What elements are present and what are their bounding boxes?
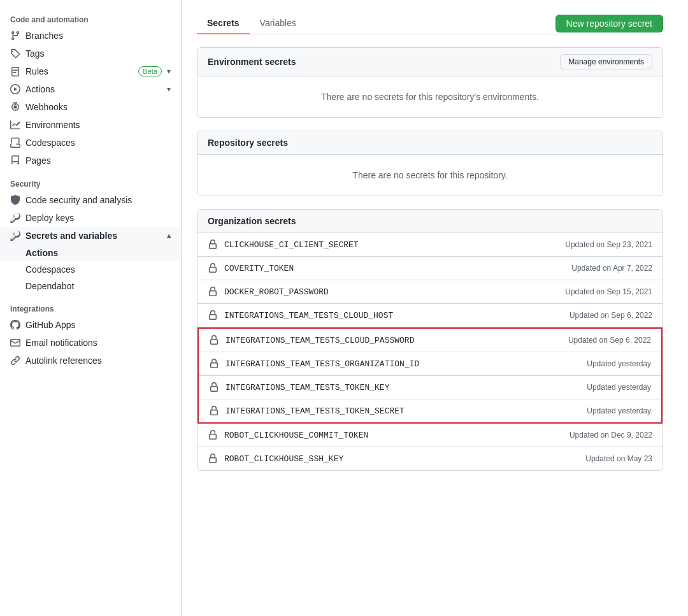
organization-secrets-section: Organization secrets CLICKHOUSE_CI_CLIEN… — [197, 209, 663, 471]
secret-updated: Updated on May 23 — [585, 454, 652, 463]
sidebar-item-deploy-keys[interactable]: Deploy keys — [0, 209, 181, 227]
sub-item-label: Actions — [25, 248, 58, 258]
secrets-icon — [10, 231, 20, 241]
secret-name: ROBOT_CLICKHOUSE_SSH_KEY — [224, 454, 579, 464]
environment-secrets-empty: There are no secrets for this repository… — [197, 76, 663, 117]
github-apps-icon — [10, 320, 20, 330]
sidebar-item-environments[interactable]: Environments — [0, 116, 181, 134]
sidebar-item-autolink-references[interactable]: Autolink references — [0, 352, 181, 369]
sidebar-sub-item-dependabot[interactable]: Dependabot — [0, 278, 181, 294]
sidebar-sub-item-codespaces[interactable]: Codespaces — [0, 261, 181, 278]
repository-secrets-header: Repository secrets — [197, 131, 663, 155]
sidebar-item-github-apps[interactable]: GitHub Apps — [0, 316, 181, 334]
secret-updated: Updated on Apr 7, 2022 — [571, 264, 652, 273]
section-security: Security — [0, 175, 181, 191]
repository-secrets-empty: There are no secrets for this repository… — [197, 155, 663, 196]
secret-updated: Updated yesterday — [587, 406, 651, 415]
lock-icon — [208, 263, 218, 273]
sidebar-item-label: GitHub Apps — [25, 320, 171, 330]
mail-icon — [10, 338, 20, 348]
shield-icon — [10, 195, 20, 205]
secret-row[interactable]: COVERITY_TOKENUpdated on Apr 7, 2022 — [197, 257, 663, 280]
secret-updated: Updated on Sep 6, 2022 — [570, 311, 652, 320]
lock-icon — [208, 454, 218, 464]
secret-name: CLICKHOUSE_CI_CLIENT_SECRET — [224, 240, 559, 250]
main-content: Secrets Variables New repository secret … — [182, 0, 678, 616]
sidebar-item-label: Autolink references — [25, 355, 171, 366]
sidebar-item-secrets-variables[interactable]: Secrets and variables ▴ — [0, 227, 181, 245]
organization-secrets-header: Organization secrets — [197, 210, 663, 233]
secret-name: INTEGRATIONS_TEAM_TESTS_TOKEN_SECRET — [226, 406, 580, 416]
lock-icon — [208, 430, 218, 440]
secret-name: INTEGRATIONS_TEAM_TESTS_ORGANIZATION_ID — [226, 359, 580, 369]
lock-icon — [209, 335, 219, 345]
secret-name: ROBOT_CLICKHOUSE_COMMIT_TOKEN — [224, 431, 563, 440]
sidebar-item-branches[interactable]: Branches — [0, 27, 181, 45]
rules-icon — [10, 66, 20, 76]
sidebar-item-codespaces[interactable]: Codespaces — [0, 134, 181, 152]
manage-environments-button[interactable]: Manage environments — [560, 54, 652, 69]
sidebar-item-code-security[interactable]: Code security and analysis — [0, 191, 181, 209]
sidebar-item-label: Code security and analysis — [25, 195, 171, 205]
lock-icon — [208, 310, 218, 320]
secret-updated: Updated on Sep 6, 2022 — [568, 336, 651, 345]
tabs-header: Secrets Variables New repository secret — [197, 13, 663, 34]
secret-updated: Updated yesterday — [587, 359, 651, 368]
sidebar-item-label: Email notifications — [25, 338, 171, 348]
secret-updated: Updated on Dec 9, 2022 — [570, 431, 652, 440]
sidebar: Code and automation Branches Tags Rules … — [0, 0, 182, 616]
lock-icon — [209, 406, 219, 416]
sidebar-item-label: Codespaces — [25, 138, 171, 148]
sidebar-item-webhooks[interactable]: Webhooks — [0, 98, 181, 116]
chevron-down-icon: ▾ — [167, 85, 171, 94]
environment-secrets-header: Environment secrets Manage environments — [197, 48, 663, 76]
section-integrations: Integrations — [0, 299, 181, 316]
secret-row[interactable]: INTEGRATIONS_TEAM_TESTS_TOKEN_SECRETUpda… — [199, 399, 661, 422]
lock-icon — [209, 359, 219, 369]
lock-icon — [208, 287, 218, 297]
highlighted-secrets-group: INTEGRATIONS_TEAM_TESTS_CLOUD_PASSWORDUp… — [197, 327, 663, 424]
secret-row[interactable]: ROBOT_CLICKHOUSE_COMMIT_TOKENUpdated on … — [197, 424, 663, 447]
sidebar-item-actions[interactable]: Actions ▾ — [0, 80, 181, 98]
secret-updated: Updated on Sep 23, 2021 — [565, 240, 652, 249]
pages-icon — [10, 155, 20, 166]
chevron-up-icon: ▴ — [167, 231, 171, 240]
sidebar-item-rules[interactable]: Rules Beta ▾ — [0, 62, 181, 80]
tab-variables[interactable]: Variables — [250, 13, 306, 34]
sidebar-item-label: Rules — [25, 66, 133, 76]
secret-row[interactable]: ROBOT_CLICKHOUSE_SSH_KEYUpdated on May 2… — [197, 447, 663, 470]
repository-secrets-section: Repository secrets There are no secrets … — [197, 131, 663, 196]
environment-icon — [10, 120, 20, 130]
secret-updated: Updated yesterday — [587, 383, 651, 392]
codespaces-icon — [10, 138, 20, 148]
secret-row[interactable]: INTEGRATIONS_TEAM_TESTS_TOKEN_KEYUpdated… — [199, 376, 661, 399]
actions-icon — [10, 84, 20, 94]
sidebar-item-tags[interactable]: Tags — [0, 45, 181, 62]
sidebar-item-email-notifications[interactable]: Email notifications — [0, 334, 181, 352]
secret-row[interactable]: INTEGRATIONS_TEAM_TESTS_CLOUD_PASSWORDUp… — [199, 329, 661, 352]
sidebar-item-label: Deploy keys — [25, 213, 171, 223]
webhook-icon — [10, 102, 20, 112]
lock-icon — [209, 382, 219, 392]
sidebar-item-label: Tags — [25, 48, 171, 59]
sidebar-item-label: Branches — [25, 31, 171, 41]
secret-name: INTEGRATIONS_TEAM_TESTS_TOKEN_KEY — [226, 383, 580, 392]
link-icon — [10, 355, 20, 366]
new-repository-secret-button[interactable]: New repository secret — [555, 15, 663, 32]
secret-row[interactable]: DOCKER_ROBOT_PASSWORDUpdated on Sep 15, … — [197, 280, 663, 304]
sidebar-item-pages[interactable]: Pages — [0, 152, 181, 169]
tab-secrets[interactable]: Secrets — [197, 13, 250, 34]
secret-row[interactable]: CLICKHOUSE_CI_CLIENT_SECRETUpdated on Se… — [197, 233, 663, 257]
secret-updated: Updated on Sep 15, 2021 — [565, 287, 652, 296]
secret-row[interactable]: INTEGRATIONS_TEAM_TESTS_CLOUD_HOSTUpdate… — [197, 304, 663, 327]
sidebar-item-label: Webhooks — [25, 102, 171, 112]
beta-badge: Beta — [138, 66, 162, 76]
sidebar-sub-item-actions[interactable]: Actions — [0, 245, 181, 261]
section-code-automation: Code and automation — [0, 10, 181, 27]
key-icon — [10, 213, 20, 223]
sidebar-item-label: Environments — [25, 120, 171, 130]
secret-name: INTEGRATIONS_TEAM_TESTS_CLOUD_PASSWORD — [226, 336, 562, 345]
secret-name: DOCKER_ROBOT_PASSWORD — [224, 287, 559, 297]
chevron-down-icon: ▾ — [167, 67, 171, 76]
secret-row[interactable]: INTEGRATIONS_TEAM_TESTS_ORGANIZATION_IDU… — [199, 352, 661, 376]
